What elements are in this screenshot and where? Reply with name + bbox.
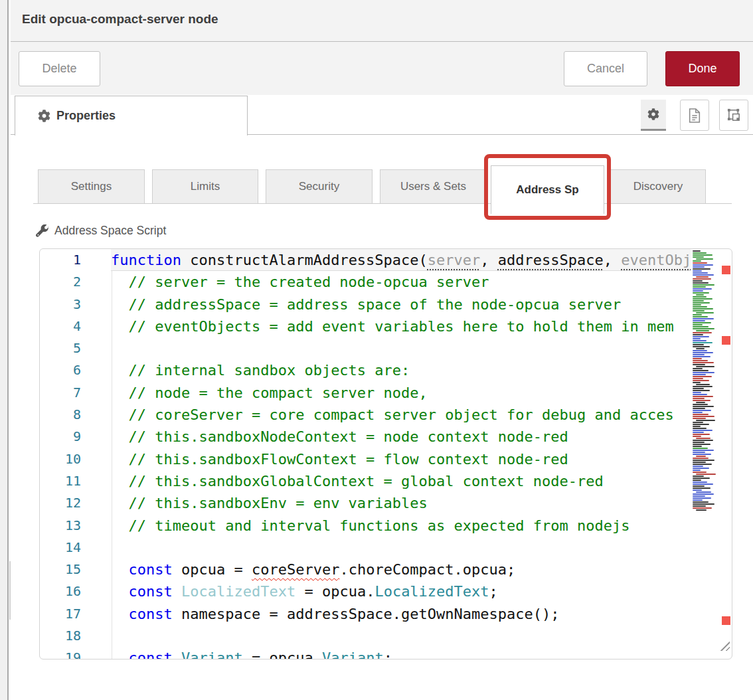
minimap-line (693, 332, 712, 333)
appearance-icon (726, 108, 742, 123)
line-number: 12 (40, 492, 81, 514)
minimap-line (693, 416, 714, 417)
minimap-line (693, 408, 705, 409)
minimap-line (693, 404, 708, 405)
minimap-line (693, 378, 703, 379)
minimap-line (693, 290, 703, 292)
minimap-line (693, 314, 702, 315)
minimap-line (693, 489, 702, 491)
code-line: const namespace = addressSpace.getOwnNam… (111, 603, 691, 625)
minimap-line (693, 410, 711, 411)
code-line: const LocalizedText = opcua.LocalizedTex… (111, 580, 691, 602)
minimap-line (693, 264, 713, 266)
minimap-line (693, 434, 710, 435)
minimap-line (693, 382, 701, 383)
minimap-line (693, 386, 712, 387)
minimap-line (693, 470, 701, 471)
wrench-icon (36, 224, 49, 238)
minimap-line (693, 424, 709, 425)
line-number: 13 (40, 515, 81, 537)
tab-security[interactable]: Security (266, 169, 373, 204)
minimap-line (696, 330, 709, 331)
tab-properties-label: Properties (56, 109, 116, 123)
minimap-line (693, 268, 711, 270)
minimap-line (693, 380, 709, 381)
minimap-line (693, 432, 704, 433)
error-marker (722, 616, 730, 625)
tab-properties[interactable]: Properties (15, 96, 248, 135)
code-line: const Variant = opcua.Variant; (111, 647, 691, 659)
minimap-line (696, 294, 704, 296)
cancel-button[interactable]: Cancel (564, 51, 647, 86)
minimap-line (693, 338, 701, 339)
minimap-line (693, 388, 704, 389)
code-editor[interactable]: 12345678910111213141516171819 function c… (39, 248, 732, 659)
minimap-line (693, 326, 709, 327)
minimap-line (696, 312, 714, 313)
minimap-line (693, 466, 703, 467)
document-icon (687, 108, 702, 124)
properties-panel: SettingsLimitsSecurityUsers & SetsAddres… (11, 135, 753, 700)
minimap-line (693, 468, 709, 469)
minimap-line (693, 448, 708, 449)
tab-row-baseline (33, 203, 732, 204)
line-number: 5 (40, 337, 81, 359)
line-numbers: 12345678910111213141516171819 (40, 249, 81, 659)
minimap-line (693, 288, 712, 290)
minimap[interactable] (691, 250, 716, 511)
minimap-line (693, 352, 713, 353)
minimap-line (693, 372, 714, 373)
minimap-line (693, 256, 704, 258)
minimap-line (693, 306, 707, 307)
minimap-line (693, 346, 710, 347)
minimap-line (693, 370, 709, 371)
node-properties-button[interactable] (641, 100, 666, 131)
minimap-line (693, 250, 701, 252)
minimap-line (693, 446, 702, 447)
minimap-line (696, 402, 705, 403)
code-area[interactable]: function constructAlarmAddressSpace(serv… (111, 249, 691, 659)
line-number: 11 (40, 470, 81, 492)
tab-settings[interactable]: Settings (38, 169, 145, 204)
node-description-button[interactable] (680, 100, 709, 131)
workspace-scrollbar-track[interactable] (0, 0, 9, 700)
minimap-line (693, 324, 703, 325)
done-button[interactable]: Done (665, 51, 740, 86)
minimap-line (693, 354, 705, 355)
minimap-line (693, 336, 709, 337)
minimap-line (696, 438, 711, 439)
minimap-line (693, 340, 707, 341)
minimap-line (693, 254, 712, 256)
line-number: 6 (40, 359, 81, 381)
minimap-line (693, 342, 712, 343)
code-line: // timeout and interval functions as exp… (111, 515, 691, 537)
minimap-line (693, 350, 707, 351)
minimap-line (693, 505, 706, 507)
minimap-line (693, 272, 708, 274)
resize-grip[interactable] (717, 638, 730, 651)
delete-button[interactable]: Delete (19, 51, 100, 86)
minimap-line (693, 304, 701, 306)
minimap-line (693, 487, 711, 489)
minimap-line (693, 334, 703, 335)
minimap-line (693, 252, 707, 254)
code-line: // this.sandboxEnv = env variables (111, 492, 691, 514)
tab-limits[interactable]: Limits (152, 169, 258, 204)
tab-discovery[interactable]: Discovery (610, 169, 706, 204)
dialog-header-area: Edit opcua-compact-server node Delete Ca… (11, 0, 753, 95)
node-appearance-button[interactable] (719, 100, 748, 131)
minimap-line (693, 286, 706, 288)
code-line (111, 625, 691, 647)
minimap-line (693, 364, 705, 365)
error-marker (722, 266, 730, 274)
minimap-line (693, 430, 712, 431)
minimap-line (693, 426, 701, 427)
tab-users-sets[interactable]: Users & Sets (380, 169, 487, 204)
address-space-script-label: Address Space Script (36, 224, 166, 238)
line-number: 18 (40, 625, 81, 647)
minimap-line (693, 450, 714, 451)
tab-address-sp[interactable]: Address Sp (491, 165, 604, 214)
line-number: 16 (40, 580, 81, 602)
minimap-line (693, 497, 711, 499)
minimap-line (693, 485, 705, 487)
